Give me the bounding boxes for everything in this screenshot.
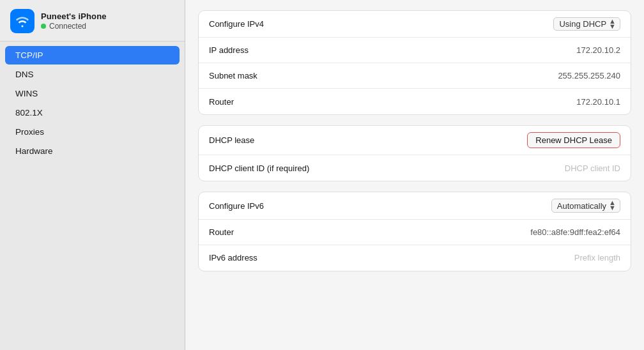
chevron-icon: ▲ ▼ [609,19,616,29]
value-prefix-length: Prefix length [574,253,620,262]
row-router-ipv6: Router fe80::a8fe:9dff:fea2:ef64 [199,220,631,245]
sidebar-item-dns[interactable]: DNS [5,65,180,84]
row-dhcp-client-id: DHCP client ID (if required) DHCP client… [199,155,631,181]
label-ipv6-address: IPv6 address [209,253,257,262]
label-configure-ipv6: Configure IPv6 [209,201,264,211]
value-router-ipv6: fe80::a8fe:9dff:fea2:ef64 [530,227,620,237]
label-router: Router [209,97,234,107]
sidebar: Puneet's iPhone Connected TCP/IP DNS WIN… [0,0,185,350]
sidebar-header: Puneet's iPhone Connected [0,0,185,42]
label-ip-address: IP address [209,45,249,55]
main-content: Configure IPv4 Using DHCP ▲ ▼ IP address… [185,0,644,350]
value-router: 172.20.10.1 [576,97,620,107]
wifi-icon [10,9,34,33]
section-dhcp: DHCP lease Renew DHCP Lease DHCP client … [198,125,631,181]
configure-ipv6-value: Automatically [557,201,606,211]
sidebar-item-tcpip[interactable]: TCP/IP [5,46,180,65]
status-text: Connected [49,22,86,31]
sidebar-item-8021x[interactable]: 802.1X [5,103,180,122]
sidebar-nav: TCP/IP DNS WINS 802.1X Proxies Hardware [0,42,185,350]
value-dhcp-client-id: DHCP client ID [565,164,620,173]
row-ipv6-address: IPv6 address Prefix length [199,245,631,271]
configure-ipv6-select[interactable]: Automatically ▲ ▼ [551,199,620,212]
label-router-ipv6: Router [209,227,234,237]
label-configure-ipv4: Configure IPv4 [209,19,264,29]
label-dhcp-client-id: DHCP client ID (if required) [209,164,309,173]
row-configure-ipv6: Configure IPv6 Automatically ▲ ▼ [199,192,631,219]
status-dot [41,24,46,29]
label-subnet-mask: Subnet mask [209,71,257,80]
sidebar-item-hardware[interactable]: Hardware [5,142,180,160]
value-subnet-mask: 255.255.255.240 [558,71,620,80]
row-ip-address: IP address 172.20.10.2 [199,38,631,63]
sidebar-item-proxies[interactable]: Proxies [5,123,180,141]
device-name: Puneet's iPhone [41,11,107,21]
row-router: Router 172.20.10.1 [199,89,631,114]
row-configure-ipv4: Configure IPv4 Using DHCP ▲ ▼ [199,11,631,38]
section-ipv4: Configure IPv4 Using DHCP ▲ ▼ IP address… [198,10,631,115]
connection-status: Connected [41,22,107,31]
row-subnet-mask: Subnet mask 255.255.255.240 [199,63,631,89]
sidebar-item-wins[interactable]: WINS [5,84,180,103]
configure-ipv4-value: Using DHCP [559,19,606,29]
device-info: Puneet's iPhone Connected [41,11,107,31]
value-ip-address: 172.20.10.2 [576,45,620,55]
row-dhcp-lease: DHCP lease Renew DHCP Lease [199,126,631,155]
configure-ipv4-select[interactable]: Using DHCP ▲ ▼ [553,17,620,31]
label-dhcp-lease: DHCP lease [209,135,254,145]
chevron-icon-ipv6: ▲ ▼ [609,201,616,210]
renew-dhcp-lease-button[interactable]: Renew DHCP Lease [527,132,620,148]
section-ipv6: Configure IPv6 Automatically ▲ ▼ Router … [198,192,631,271]
